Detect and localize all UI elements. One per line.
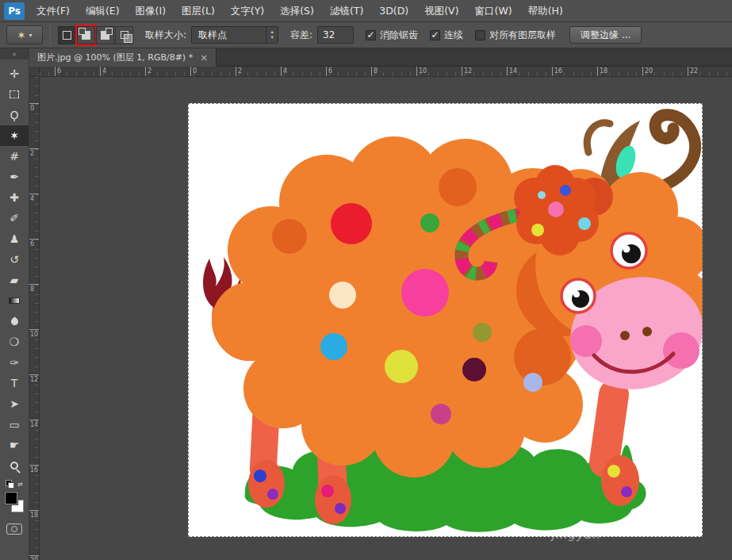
- magic-wand-tool-icon: ✶: [10, 129, 19, 142]
- ruler-number: 2: [236, 67, 242, 77]
- zoom-tool-icon: [10, 462, 18, 470]
- eraser-tool[interactable]: ▰: [0, 270, 29, 290]
- watermark-text: jingyan: [551, 527, 600, 542]
- swap-colors-icon[interactable]: ⇄: [17, 481, 23, 488]
- add-to-selection-icon: [82, 31, 90, 40]
- tool-preset-picker[interactable]: ✶ ▾: [6, 25, 43, 44]
- document-tab-bar: 图片.jpg @ 100% (图层 1, RGB/8#) * ×: [29, 48, 732, 67]
- menu-item[interactable]: 文字(Y): [223, 0, 272, 22]
- ps-logo-icon: Ps: [4, 2, 25, 20]
- shape-tool-icon: ▭: [9, 418, 19, 431]
- foreground-color-swatch[interactable]: [5, 492, 17, 504]
- spot-healing-brush-tool[interactable]: ✚: [0, 187, 29, 208]
- move-tool[interactable]: ✛: [0, 63, 29, 84]
- menu-items: 文件(F)编辑(E)图像(I)图层(L)文字(Y)选择(S)滤镜(T)3D(D)…: [29, 0, 571, 22]
- eyedropper-tool[interactable]: ✒: [0, 167, 29, 187]
- ruler-number: 6: [55, 67, 61, 77]
- option-checkbox[interactable]: 对所有图层取样: [475, 29, 556, 42]
- new-selection-button[interactable]: [58, 26, 76, 44]
- path-selection-tool[interactable]: ➤: [0, 393, 29, 414]
- magic-wand-tool[interactable]: ✶: [0, 125, 29, 146]
- eraser-tool-icon: ▰: [10, 274, 19, 286]
- option-checkbox[interactable]: ✓消除锯齿: [366, 29, 418, 42]
- blur-tool-icon: [10, 316, 20, 327]
- ruler-number: 2: [29, 148, 40, 157]
- menu-item[interactable]: 滤镜(T): [322, 0, 371, 22]
- ruler-number: 12: [462, 67, 472, 77]
- brush-tool[interactable]: ✐: [0, 208, 29, 228]
- add-to-selection-button[interactable]: [77, 26, 95, 44]
- menu-item[interactable]: 图层(L): [174, 0, 223, 22]
- gradient-tool[interactable]: [0, 290, 29, 311]
- document-tab[interactable]: 图片.jpg @ 100% (图层 1, RGB/8#) * ×: [29, 48, 217, 67]
- ruler-corner[interactable]: [29, 67, 40, 77]
- pen-tool-icon: ✑: [10, 356, 19, 369]
- photoshop-window: Ps 文件(F)编辑(E)图像(I)图层(L)文字(Y)选择(S)滤镜(T)3D…: [0, 0, 732, 560]
- lasso-tool[interactable]: Ϙ: [0, 105, 29, 125]
- ruler-number: 8: [29, 284, 40, 293]
- hand-tool[interactable]: ☛: [0, 435, 29, 455]
- checkbox-box[interactable]: [475, 30, 485, 40]
- document-image[interactable]: [188, 103, 703, 537]
- menu-item[interactable]: 图像(I): [128, 0, 174, 22]
- type-tool-icon: T: [11, 377, 18, 389]
- app-logo: Ps: [0, 0, 29, 22]
- option-checkbox[interactable]: ✓连续: [430, 29, 463, 42]
- ruler-number: 6: [326, 67, 332, 77]
- move-tool-icon: ✛: [10, 67, 19, 80]
- shape-tool[interactable]: ▭: [0, 414, 29, 435]
- checkbox-label: 消除锯齿: [380, 29, 418, 42]
- menu-item[interactable]: 选择(S): [272, 0, 322, 22]
- ruler-number: 0: [29, 103, 40, 112]
- tolerance-label: 容差:: [290, 29, 312, 42]
- menu-item[interactable]: 编辑(E): [78, 0, 128, 22]
- ruler-number: 0: [190, 67, 197, 77]
- ruler-number: 4: [29, 194, 40, 202]
- menu-item[interactable]: 视图(V): [416, 0, 466, 22]
- ruler-number: 2: [145, 67, 151, 77]
- blur-tool[interactable]: [0, 311, 29, 332]
- subtract-from-selection-button[interactable]: [96, 26, 114, 44]
- clone-stamp-tool[interactable]: ♟: [0, 228, 29, 249]
- tab-close-icon[interactable]: ×: [200, 52, 208, 63]
- ruler-number: 18: [597, 67, 607, 77]
- intersect-selection-icon: [121, 31, 128, 39]
- canvas-area[interactable]: jingyan: [40, 77, 732, 560]
- dodge-tool[interactable]: ❍: [0, 332, 29, 352]
- collapse-arrows-icon: «: [12, 50, 17, 58]
- color-swatches: [0, 490, 29, 514]
- clone-stamp-tool-icon: ♟: [10, 232, 20, 245]
- ruler-number: 18: [29, 510, 40, 519]
- pen-tool[interactable]: ✑: [0, 352, 29, 373]
- zoom-tool[interactable]: [0, 455, 29, 476]
- menu-item[interactable]: 帮助(H): [520, 0, 571, 22]
- rectangular-marquee-tool-icon: [10, 90, 19, 98]
- dodge-tool-icon: ❍: [10, 336, 20, 348]
- cow-illustration: [188, 103, 703, 537]
- sample-size-select[interactable]: 取样点 ▴ ▾: [191, 26, 278, 44]
- type-tool[interactable]: T: [0, 373, 29, 393]
- crop-tool[interactable]: #: [0, 146, 29, 167]
- ruler-number: 8: [371, 67, 377, 77]
- checkbox-box[interactable]: ✓: [430, 30, 440, 40]
- tolerance-input[interactable]: [317, 26, 354, 44]
- default-colors-icon[interactable]: [6, 480, 14, 489]
- checkbox-label: 连续: [444, 29, 463, 42]
- intersect-selection-button[interactable]: [115, 26, 133, 44]
- new-selection-icon: [63, 31, 71, 40]
- quick-mask-button[interactable]: [6, 524, 22, 535]
- panel-collapse-button[interactable]: «: [0, 48, 29, 59]
- rectangular-marquee-tool[interactable]: [0, 84, 29, 105]
- refine-edge-button[interactable]: 调整边缘 ...: [569, 26, 642, 44]
- menu-item[interactable]: 窗口(W): [467, 0, 520, 22]
- checkbox-box[interactable]: ✓: [366, 30, 376, 40]
- menu-item[interactable]: 文件(F): [29, 0, 78, 22]
- history-brush-tool[interactable]: ↺: [0, 249, 29, 270]
- menu-item[interactable]: 3D(D): [371, 0, 416, 22]
- subtract-from-selection-icon: [101, 31, 109, 40]
- ruler-number: 16: [29, 465, 40, 474]
- horizontal-ruler: 6420246810121416182022: [40, 67, 732, 77]
- separator: [50, 25, 51, 45]
- crop-tool-icon: #: [10, 150, 19, 163]
- vertical-ruler: 02468101214161820: [29, 77, 40, 560]
